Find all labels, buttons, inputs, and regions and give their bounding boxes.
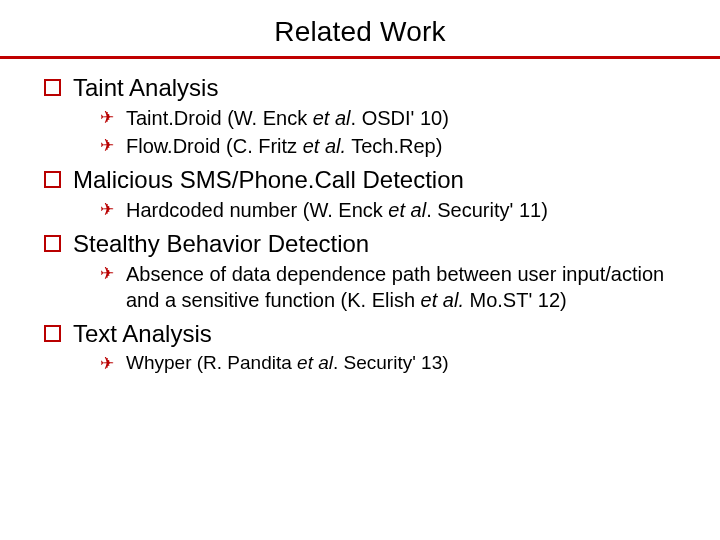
list-item: ✈Hardcoded number (W. Enck et al. Securi… — [100, 197, 680, 223]
slide: Related Work Taint Analysis✈Taint.Droid … — [0, 0, 720, 540]
slide-content: Taint Analysis✈Taint.Droid (W. Enck et a… — [40, 73, 680, 377]
arrow-bullet-icon: ✈ — [100, 197, 114, 223]
list-item: ✈Whyper (R. Pandita et al. Security' 13) — [100, 351, 680, 377]
title-underline — [0, 56, 720, 59]
list-item: ✈Absence of data dependence path between… — [100, 261, 680, 313]
list-item-text: Absence of data dependence path between … — [126, 261, 680, 313]
section-heading-text: Text Analysis — [73, 319, 212, 349]
section-heading: Text Analysis — [44, 319, 680, 349]
slide-title: Related Work — [40, 16, 680, 48]
arrow-bullet-icon: ✈ — [100, 133, 114, 159]
section-heading-text: Stealthy Behavior Detection — [73, 229, 369, 259]
list-item: ✈Taint.Droid (W. Enck et al. OSDI' 10) — [100, 105, 680, 131]
list-item-text: Whyper (R. Pandita et al. Security' 13) — [126, 351, 449, 376]
square-bullet-icon — [44, 171, 61, 188]
list-item-text: Flow.Droid (C. Fritz et al. Tech.Rep) — [126, 133, 442, 159]
list-item-text: Hardcoded number (W. Enck et al. Securit… — [126, 197, 548, 223]
square-bullet-icon — [44, 79, 61, 96]
arrow-bullet-icon: ✈ — [100, 105, 114, 131]
list-item: ✈Flow.Droid (C. Fritz et al. Tech.Rep) — [100, 133, 680, 159]
italic-citation: et al — [388, 199, 426, 221]
section-heading-text: Taint Analysis — [73, 73, 218, 103]
section-heading-text: Malicious SMS/Phone.Call Detection — [73, 165, 464, 195]
section-heading: Malicious SMS/Phone.Call Detection — [44, 165, 680, 195]
italic-citation: et al. — [421, 289, 464, 311]
arrow-bullet-icon: ✈ — [100, 351, 114, 377]
arrow-bullet-icon: ✈ — [100, 261, 114, 287]
section-heading: Stealthy Behavior Detection — [44, 229, 680, 259]
section-heading: Taint Analysis — [44, 73, 680, 103]
italic-citation: et al — [297, 352, 333, 373]
list-item-text: Taint.Droid (W. Enck et al. OSDI' 10) — [126, 105, 449, 131]
square-bullet-icon — [44, 325, 61, 342]
italic-citation: et al. — [303, 135, 346, 157]
square-bullet-icon — [44, 235, 61, 252]
italic-citation: et al — [313, 107, 351, 129]
